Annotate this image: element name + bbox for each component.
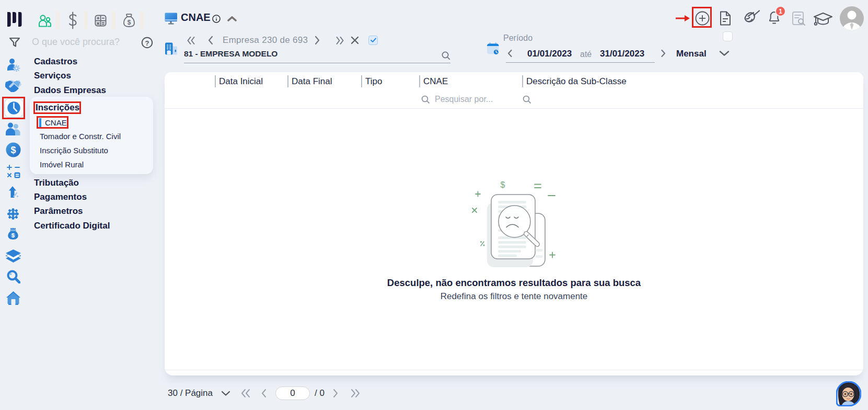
svg-text:$: $ [501,180,505,189]
svg-text:$: $ [11,232,15,238]
svg-text:$: $ [10,145,16,155]
svg-text:?: ? [145,39,149,47]
svg-text:$: $ [128,19,131,26]
